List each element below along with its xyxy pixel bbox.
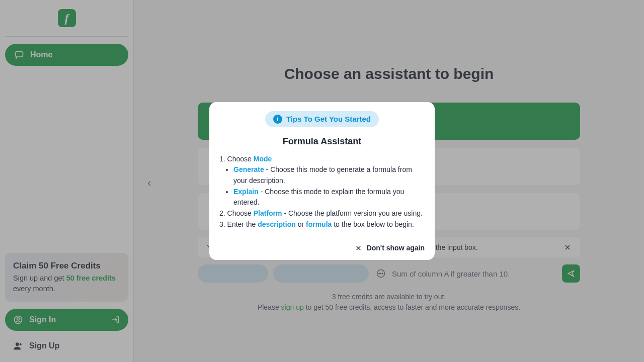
modal-step-1: 1. Choose Mode Generate - Choose this mo…	[219, 154, 425, 208]
modal-step-3: 3. Enter the description or formula to t…	[219, 219, 425, 230]
tips-badge-text: Tips To Get You Started	[286, 115, 371, 123]
modal-generate-bullet: Generate - Choose this mode to generate …	[233, 164, 425, 186]
tips-modal: i Tips To Get You Started Formula Assist…	[209, 102, 435, 260]
dont-show-again-button[interactable]: Don't show again	[355, 244, 425, 252]
info-icon: i	[273, 115, 282, 124]
modal-explain-bullet: Explain - Choose this mode to explain th…	[233, 187, 425, 208]
tips-badge: i Tips To Get You Started	[265, 111, 379, 127]
modal-overlay[interactable]: i Tips To Get You Started Formula Assist…	[0, 0, 644, 362]
modal-title: Formula Assistant	[219, 136, 425, 147]
modal-step-2: 2. Choose Platform - Choose the platform…	[219, 208, 425, 219]
dont-show-label: Don't show again	[367, 244, 425, 252]
modal-body: 1. Choose Mode Generate - Choose this mo…	[219, 154, 425, 230]
